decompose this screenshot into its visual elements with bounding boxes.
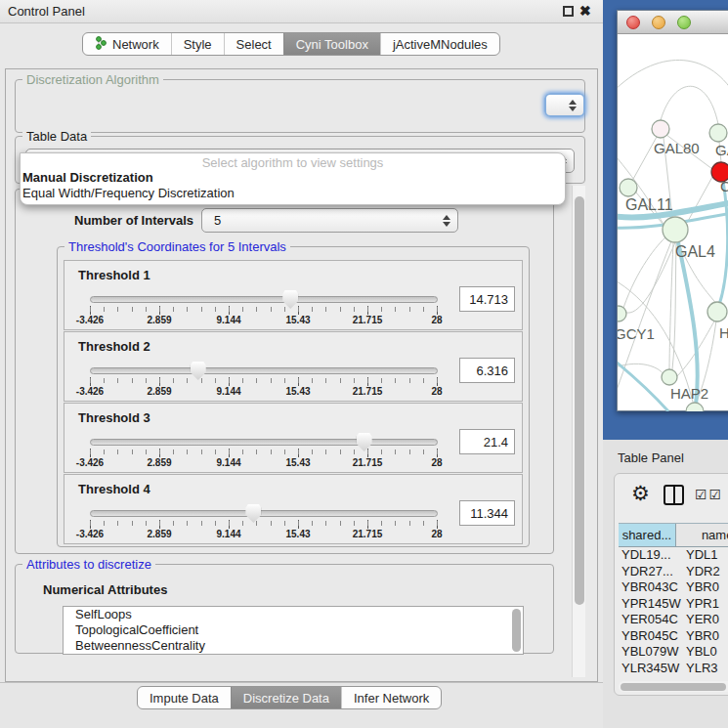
combo-stepper-icon [443, 215, 450, 227]
cell-shared-name[interactable]: YBL079W [619, 644, 683, 661]
list-scrollbar[interactable] [512, 609, 521, 652]
cell-shared-name[interactable]: YLR345W [619, 661, 683, 677]
cell-name[interactable]: YBL0 [683, 644, 728, 661]
tab-style[interactable]: Style [171, 33, 224, 55]
scrollbar-thumb[interactable] [575, 196, 584, 605]
tab-cyni-toolbox[interactable]: Cyni Toolbox [283, 33, 380, 55]
tick-label: 28 [431, 529, 442, 539]
table-row[interactable]: YBR043CYBR0 [619, 579, 728, 596]
node-gal4[interactable] [663, 217, 688, 242]
node-right[interactable] [707, 302, 727, 321]
node-gal80[interactable] [652, 120, 669, 138]
thresholds-group: Threshold's Coordinates for 5 Intervals … [57, 246, 530, 547]
node-bottom[interactable] [686, 403, 704, 411]
tick-label: 2.859 [147, 386, 171, 397]
cell-name[interactable]: YDL1 [683, 547, 728, 564]
dropdown-placeholder-item[interactable]: Select algorithm to view settings [21, 153, 565, 170]
table-row[interactable]: YLR345WYLR3 [619, 661, 728, 677]
column-header-shared-name[interactable]: shared... [619, 524, 676, 546]
threshold-value-field[interactable]: 6.316 [459, 358, 515, 383]
cell-name[interactable]: YER0 [683, 612, 728, 628]
gear-icon[interactable]: ⚙ [631, 482, 650, 505]
split-columns-icon[interactable] [664, 485, 684, 505]
table-row[interactable]: YBR045CYBR0 [619, 628, 728, 645]
threshold-label: Threshold 2 [78, 339, 150, 354]
scrollbar-thumb[interactable] [621, 683, 726, 691]
cell-shared-name[interactable]: YER054C [619, 612, 683, 628]
table-row[interactable]: YBL079WYBL0 [619, 644, 728, 661]
threshold-slider[interactable] [90, 510, 438, 517]
tick-label: 2.859 [147, 315, 171, 325]
table-row[interactable]: YPR145WYPR1 [619, 596, 728, 613]
select-columns-icon[interactable]: ☑☑ [695, 487, 723, 502]
cell-name[interactable]: YLR3 [683, 661, 728, 677]
table-row[interactable]: YDL19...YDL1 [619, 547, 728, 564]
attribute-list-item[interactable]: BetweennessCentrality [64, 638, 523, 654]
cell-name[interactable]: YPR1 [683, 596, 728, 613]
mac-close-icon[interactable] [626, 16, 640, 29]
threshold-1-row: Threshold 1 -3.4262.8599.14415.4321.7152… [64, 260, 523, 330]
node-hap2[interactable] [662, 369, 677, 385]
cell-name[interactable]: YBR0 [683, 628, 728, 645]
cell-name[interactable]: YIL0 [683, 676, 728, 679]
cell-name[interactable]: YBR0 [683, 579, 728, 596]
node-attribute-table[interactable]: shared... name YDL19...YDL1YDR27...YDR2Y… [619, 523, 728, 679]
discretization-algorithm-group: Discretization Algorithm [15, 79, 585, 133]
network-view-window[interactable]: GAL80 GA C GAL11 GAL4 H GCY1 HAP2 [617, 10, 728, 411]
dropdown-item-manual-discretization[interactable]: Manual Discretization [21, 170, 565, 186]
cell-shared-name[interactable]: YIL052C [619, 676, 683, 679]
threshold-value-field[interactable]: 11.344 [459, 500, 515, 526]
tick-label: 2.859 [147, 457, 171, 468]
threshold-slider[interactable] [90, 367, 438, 374]
threshold-value-field[interactable]: 21.4 [459, 429, 515, 454]
network-window-titlebar[interactable] [618, 11, 728, 34]
dropdown-item-equal-width[interactable]: Equal Width/Frequency Discretization [21, 186, 565, 201]
tick-label: 9.144 [216, 457, 240, 468]
float-window-icon[interactable] [563, 6, 574, 17]
algorithm-combobox[interactable] [544, 93, 585, 117]
threshold-slider[interactable] [90, 439, 438, 446]
mac-minimize-icon[interactable] [652, 16, 665, 29]
content-scrollbar[interactable] [572, 186, 585, 677]
table-panel-title: Table Panel [618, 450, 684, 465]
node-gal11[interactable] [620, 179, 637, 196]
column-header-name[interactable]: name [676, 524, 728, 546]
cell-shared-name[interactable]: YDR27... [619, 564, 683, 580]
network-canvas[interactable]: GAL80 GA C GAL11 GAL4 H GCY1 HAP2 [618, 34, 728, 411]
cell-shared-name[interactable]: YPR145W [619, 596, 683, 613]
svg-text:H: H [719, 324, 728, 341]
cyni-mode-tabs: Impute Data Discretize Data Infer Networ… [137, 686, 442, 709]
node-gcy1[interactable] [618, 306, 626, 321]
attribute-list-item[interactable]: SelfLoops [64, 607, 523, 622]
tick-label: 9.144 [216, 386, 240, 397]
table-horizontal-scrollbar[interactable] [619, 681, 728, 692]
cell-shared-name[interactable]: YBR043C [619, 579, 683, 596]
tab-select[interactable]: Select [224, 33, 283, 55]
threshold-value-field[interactable]: 14.713 [459, 286, 515, 312]
cell-name[interactable]: YDR2 [683, 564, 728, 580]
cell-shared-name[interactable]: YDL19... [619, 547, 683, 564]
attribute-list-item[interactable]: TopologicalCoefficient [64, 622, 523, 638]
tab-network[interactable]: Network [83, 33, 171, 55]
number-of-intervals-combobox[interactable]: 5 [201, 208, 458, 233]
node-top-right[interactable] [709, 124, 727, 142]
tab-infer-network[interactable]: Infer Network [341, 687, 441, 708]
table-toolbar: ⚙ ☑☑ [615, 474, 728, 517]
tab-discretize-data[interactable]: Discretize Data [231, 687, 341, 708]
svg-text:GAL4: GAL4 [675, 243, 715, 260]
group-title: Discretization Algorithm [22, 72, 163, 87]
mac-zoom-icon[interactable] [677, 16, 691, 29]
tab-label: Network [112, 37, 159, 52]
threshold-slider[interactable] [90, 296, 438, 303]
table-row[interactable]: YER054CYER0 [619, 612, 728, 628]
slider-tick-labels: -3.4262.8599.14415.4321.71528 [90, 529, 438, 540]
tab-jactivemnodules[interactable]: jActiveMNodules [380, 33, 499, 55]
group-title: Threshold's Coordinates for 5 Intervals [64, 239, 290, 254]
tab-impute-data[interactable]: Impute Data [138, 687, 231, 708]
close-icon[interactable]: ✖ [579, 3, 591, 19]
number-of-intervals-label: Number of Intervals [74, 213, 193, 228]
numerical-attributes-list[interactable]: SelfLoopsTopologicalCoefficientBetweenne… [63, 606, 524, 655]
table-row[interactable]: YIL052CYIL0 [619, 676, 728, 679]
cell-shared-name[interactable]: YBR045C [619, 628, 683, 645]
table-row[interactable]: YDR27...YDR2 [619, 564, 728, 580]
